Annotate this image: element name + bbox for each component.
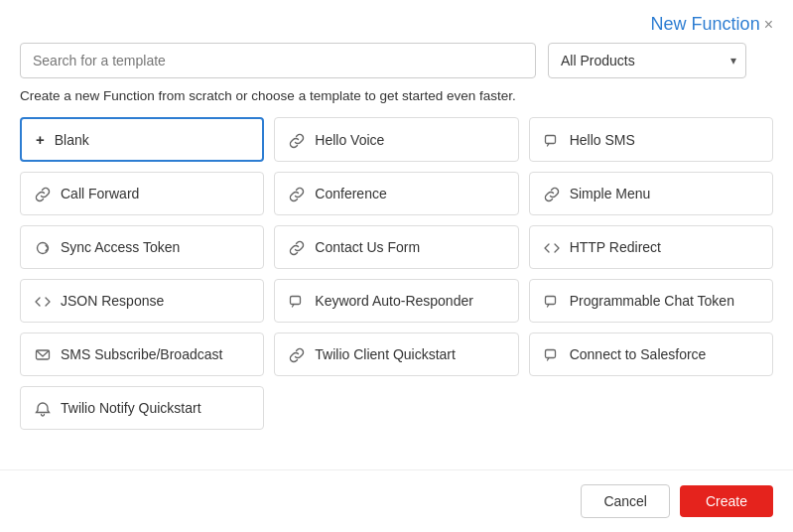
- svg-rect-1: [291, 297, 301, 305]
- template-label: Twilio Client Quickstart: [315, 346, 456, 362]
- link-icon: [289, 345, 305, 363]
- svg-rect-0: [545, 135, 555, 143]
- templates-list: +BlankHello VoiceHello SMSCall ForwardCo…: [20, 117, 773, 430]
- svg-rect-4: [545, 350, 555, 358]
- subtitle-text: Create a new Function from scratch or ch…: [0, 88, 793, 117]
- template-card-contact-us-form[interactable]: Contact Us Form: [274, 225, 518, 269]
- modal-title: New Function: [651, 14, 760, 35]
- link-icon: [544, 185, 560, 202]
- search-input[interactable]: [20, 43, 536, 78]
- template-label: Simple Menu: [570, 186, 651, 201]
- template-label: Hello SMS: [570, 132, 635, 148]
- template-card-sms-subscribe-broadcast[interactable]: SMS Subscribe/Broadcast: [20, 332, 264, 376]
- modal-footer: Cancel Create: [0, 469, 793, 532]
- template-label: Sync Access Token: [61, 239, 180, 255]
- template-card-connect-to-salesforce[interactable]: Connect to Salesforce: [529, 332, 773, 376]
- template-card-conference[interactable]: Conference: [274, 172, 518, 215]
- template-card-hello-voice[interactable]: Hello Voice: [274, 117, 518, 162]
- template-card-sync-access-token[interactable]: Sync Access Token: [20, 225, 264, 269]
- template-label: Contact Us Form: [315, 239, 420, 255]
- template-card-keyword-auto-responder[interactable]: Keyword Auto-Responder: [274, 279, 518, 323]
- cancel-button[interactable]: Cancel: [581, 484, 670, 518]
- template-card-blank[interactable]: +Blank: [20, 117, 264, 162]
- plus-icon: +: [36, 131, 45, 148]
- template-label: Blank: [55, 132, 89, 148]
- template-card-call-forward[interactable]: Call Forward: [20, 172, 264, 215]
- chat-icon: [544, 345, 560, 363]
- templates-grid: +BlankHello VoiceHello SMSCall ForwardCo…: [0, 117, 793, 460]
- template-label: Conference: [315, 186, 386, 201]
- template-label: Hello Voice: [315, 132, 384, 148]
- code-icon: [35, 292, 51, 310]
- template-card-hello-sms[interactable]: Hello SMS: [529, 117, 773, 162]
- link-icon: [289, 238, 305, 256]
- link-icon: [289, 130, 305, 148]
- template-label: Programmable Chat Token: [570, 293, 734, 309]
- link-icon: [289, 185, 305, 202]
- template-card-http-redirect[interactable]: HTTP Redirect: [529, 225, 773, 269]
- template-card-simple-menu[interactable]: Simple Menu: [529, 172, 773, 215]
- template-label: Call Forward: [61, 186, 139, 201]
- code-icon: [544, 238, 560, 256]
- template-label: Keyword Auto-Responder: [315, 293, 473, 309]
- modal-header: New Function ×: [0, 0, 793, 43]
- template-label: SMS Subscribe/Broadcast: [61, 346, 222, 362]
- modal-toolbar: All ProductsVoiceMessagingChatSyncNotify…: [0, 43, 793, 88]
- template-label: Twilio Notify Quickstart: [61, 400, 201, 416]
- notify-icon: [35, 399, 51, 417]
- template-label: Connect to Salesforce: [570, 346, 707, 362]
- template-label: JSON Response: [61, 293, 164, 309]
- sms-icon: [35, 345, 51, 363]
- template-card-programmable-chat-token[interactable]: Programmable Chat Token: [529, 279, 773, 323]
- template-card-twilio-notify-quickstart[interactable]: Twilio Notify Quickstart: [20, 386, 264, 430]
- chat-icon: [544, 130, 560, 148]
- new-function-modal: New Function × All ProductsVoiceMessagin…: [0, 0, 793, 532]
- link-icon: [35, 185, 51, 202]
- template-card-twilio-client-quickstart[interactable]: Twilio Client Quickstart: [274, 332, 518, 376]
- products-dropdown-wrapper: All ProductsVoiceMessagingChatSyncNotify…: [548, 43, 746, 78]
- create-button[interactable]: Create: [680, 485, 773, 517]
- chat-icon: [289, 292, 305, 310]
- sync-icon: [35, 238, 51, 256]
- template-card-json-response[interactable]: JSON Response: [20, 279, 264, 323]
- products-dropdown[interactable]: All ProductsVoiceMessagingChatSyncNotify: [548, 43, 746, 78]
- chat-icon: [544, 292, 560, 310]
- svg-rect-2: [545, 297, 555, 305]
- template-label: HTTP Redirect: [570, 239, 661, 255]
- close-icon[interactable]: ×: [764, 16, 773, 34]
